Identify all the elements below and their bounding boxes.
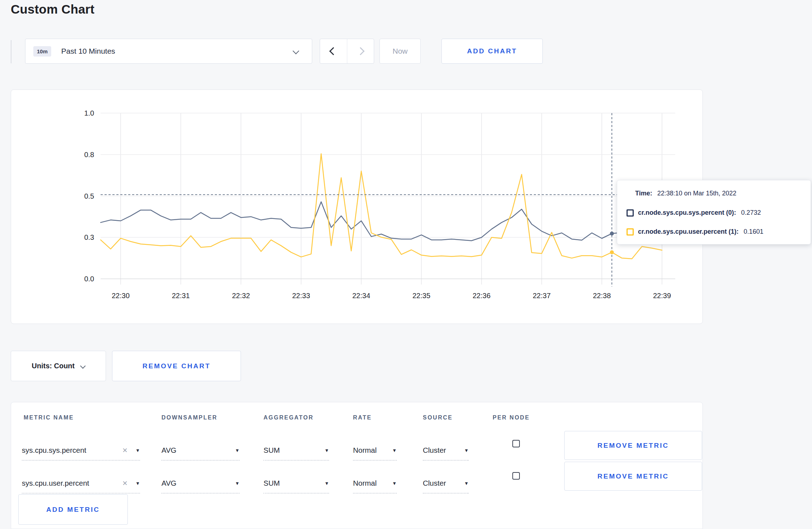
metric-name-select[interactable]: sys.cpu.sys.percent × ▼ xyxy=(22,441,140,461)
rate-select[interactable]: Normal ▼ xyxy=(353,474,397,494)
units-label: Units: Count xyxy=(32,362,75,370)
aggregator-select[interactable]: SUM ▼ xyxy=(264,474,329,494)
rate-value: Normal xyxy=(353,479,377,487)
svg-text:0.5: 0.5 xyxy=(84,192,94,200)
col-header-per-node: PER NODE xyxy=(493,414,530,421)
metric-name-value: sys.cpu.user.percent xyxy=(22,479,122,487)
source-select[interactable]: Cluster ▼ xyxy=(423,441,469,461)
col-header-aggregator: AGGREGATOR xyxy=(264,414,314,421)
time-step-control xyxy=(320,39,374,64)
downsampler-select[interactable]: AVG ▼ xyxy=(161,474,240,494)
metric-name-select[interactable]: sys.cpu.user.percent × ▼ xyxy=(22,474,140,494)
source-value: Cluster xyxy=(423,479,446,487)
caret-down-icon: ▼ xyxy=(324,481,329,486)
chart-tooltip: Time: 22:38:10 on Mar 15th, 2022 cr.node… xyxy=(617,180,811,244)
cpu-line-chart[interactable]: 22:3022:3122:3222:3322:3422:3522:3622:37… xyxy=(11,90,703,324)
per-node-checkbox[interactable] xyxy=(512,472,520,480)
svg-text:22:34: 22:34 xyxy=(352,292,370,300)
col-header-source: SOURCE xyxy=(423,414,453,421)
caret-down-icon: ▼ xyxy=(392,448,397,453)
svg-text:22:39: 22:39 xyxy=(653,292,671,300)
col-header-downsampler: DOWNSAMPLER xyxy=(161,414,217,421)
rate-select[interactable]: Normal ▼ xyxy=(353,441,397,461)
metrics-table: METRIC NAME DOWNSAMPLER AGGREGATOR RATE … xyxy=(11,402,703,529)
remove-metric-button[interactable]: REMOVE METRIC xyxy=(564,431,702,460)
clear-metric-icon[interactable]: × xyxy=(122,446,127,455)
time-range-select[interactable]: 10m Past 10 Minutes xyxy=(25,39,312,64)
tooltip-series-value: 0.1601 xyxy=(744,228,763,236)
svg-text:22:30: 22:30 xyxy=(112,292,130,300)
page-title: Custom Chart xyxy=(11,2,95,16)
caret-down-icon: ▼ xyxy=(235,448,240,453)
caret-down-icon: ▼ xyxy=(392,481,397,486)
sys-percent-swatch-icon xyxy=(627,209,634,217)
source-select[interactable]: Cluster ▼ xyxy=(423,474,469,494)
per-node-checkbox[interactable] xyxy=(512,440,520,447)
chart-panel[interactable]: 22:3022:3122:3222:3322:3422:3522:3622:37… xyxy=(11,89,703,324)
remove-metric-button[interactable]: REMOVE METRIC xyxy=(564,462,702,491)
svg-text:22:35: 22:35 xyxy=(412,292,430,300)
svg-text:22:32: 22:32 xyxy=(232,292,250,300)
caret-down-icon: ▼ xyxy=(464,448,469,453)
chevron-right-icon xyxy=(356,47,364,55)
aggregator-value: SUM xyxy=(264,479,280,487)
svg-text:22:31: 22:31 xyxy=(172,292,190,300)
svg-text:0.8: 0.8 xyxy=(84,151,94,159)
svg-text:0.0: 0.0 xyxy=(84,275,94,283)
prev-range-button[interactable] xyxy=(320,39,347,63)
aggregator-select[interactable]: SUM ▼ xyxy=(264,441,329,461)
caret-down-icon: ▼ xyxy=(235,481,240,486)
caret-down-icon: ▼ xyxy=(324,448,329,453)
downsampler-value: AVG xyxy=(161,479,177,487)
svg-text:22:37: 22:37 xyxy=(533,292,551,300)
rate-value: Normal xyxy=(353,446,377,455)
svg-text:0.3: 0.3 xyxy=(84,233,94,241)
remove-chart-button[interactable]: REMOVE CHART xyxy=(112,351,241,381)
time-range-badge: 10m xyxy=(33,46,51,57)
downsampler-value: AVG xyxy=(161,446,177,455)
add-chart-button[interactable]: ADD CHART xyxy=(441,39,543,64)
custom-chart-page: Custom Chart 10m Past 10 Minutes Now ADD… xyxy=(0,0,812,529)
chevron-left-icon xyxy=(329,47,338,55)
user-percent-swatch-icon xyxy=(627,228,634,236)
time-range-label: Past 10 Minutes xyxy=(61,47,115,55)
tooltip-series-label: cr.node.sys.cpu.sys.percent (0): xyxy=(638,209,736,217)
svg-text:22:33: 22:33 xyxy=(292,292,310,300)
caret-down-icon: ▼ xyxy=(464,481,469,486)
col-header-metric-name: METRIC NAME xyxy=(24,414,74,421)
toolbar-divider xyxy=(11,40,11,63)
chevron-down-icon xyxy=(293,48,299,54)
svg-text:22:36: 22:36 xyxy=(473,292,490,300)
downsampler-select[interactable]: AVG ▼ xyxy=(161,441,240,461)
svg-text:22:38: 22:38 xyxy=(593,292,611,300)
tooltip-series-value: 0.2732 xyxy=(741,209,761,217)
now-button[interactable]: Now xyxy=(380,39,421,64)
tooltip-time-label: Time: xyxy=(635,190,652,197)
add-metric-button[interactable]: ADD METRIC xyxy=(18,494,128,525)
tooltip-series-label: cr.node.sys.cpu.user.percent (1): xyxy=(638,228,739,236)
clear-metric-icon[interactable]: × xyxy=(122,479,127,487)
svg-text:1.0: 1.0 xyxy=(84,109,94,117)
source-value: Cluster xyxy=(423,446,446,455)
col-header-rate: RATE xyxy=(353,414,372,421)
caret-down-icon: ▼ xyxy=(135,481,140,486)
chevron-down-icon xyxy=(80,363,86,369)
metric-name-value: sys.cpu.sys.percent xyxy=(22,446,122,455)
caret-down-icon: ▼ xyxy=(135,448,140,453)
aggregator-value: SUM xyxy=(264,446,280,455)
units-select[interactable]: Units: Count xyxy=(11,351,106,381)
tooltip-time-value: 22:38:10 on Mar 15th, 2022 xyxy=(657,190,736,197)
next-range-button[interactable] xyxy=(347,39,374,63)
